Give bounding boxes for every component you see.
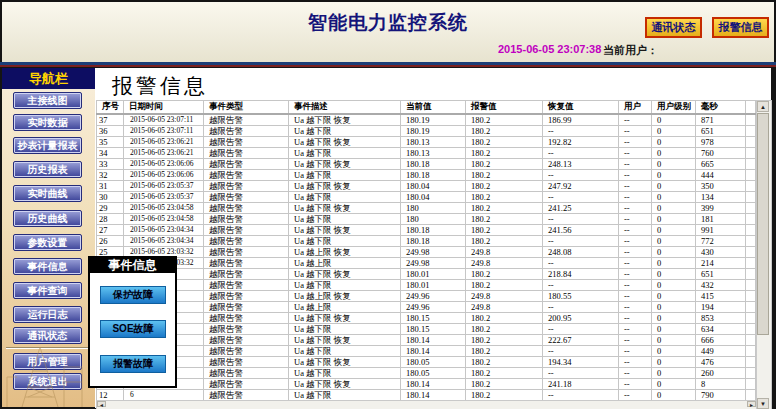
table-cell: 444 (696, 170, 746, 181)
table-cell: 241.56 (543, 225, 619, 236)
table-cell: 180.19 (401, 126, 466, 137)
table-row[interactable]: 362015-06-05 23:07:11越限告警Ua 越下限180.19180… (97, 126, 756, 137)
table-cell: 772 (696, 236, 746, 247)
table-cell: Ua 越下限 恢复 (289, 159, 401, 170)
table-cell: -- (619, 346, 652, 357)
table-cell: 27 (97, 225, 124, 236)
table-row[interactable]: 190越限告警Ua 越下限 恢复180.15180.2200.95--0853 (97, 313, 756, 324)
table-row[interactable]: 332015-06-05 23:06:06越限告警Ua 越下限 恢复180.18… (97, 159, 756, 170)
table-cell: 180.2 (466, 236, 543, 247)
scroll-left-icon[interactable]: ◄ (97, 401, 106, 407)
column-header: 事件描述 (289, 101, 401, 115)
table-row[interactable]: 161越限告警Ua 越下限180.14180.2----0449 (97, 346, 756, 357)
table-cell: 12 (97, 390, 124, 401)
sidebar-item-realtime-data[interactable]: 实时数据 (13, 114, 82, 131)
scroll-up-icon[interactable]: ▲ (757, 101, 769, 112)
table-cell: 180.2 (466, 379, 543, 390)
table-cell: 180.2 (466, 357, 543, 368)
table-row[interactable]: 342015-06-05 23:06:21越限告警Ua 越下限180.13180… (97, 148, 756, 159)
sidebar-item-run-log[interactable]: 运行日志 (13, 306, 82, 323)
table-cell: -- (619, 236, 652, 247)
table-cell (746, 280, 756, 291)
table-row[interactable]: 262015-06-05 23:04:34越限告警Ua 越下限180.18180… (97, 236, 756, 247)
table-row[interactable]: 352015-06-05 23:06:21越限告警Ua 越下限 恢复180.13… (97, 137, 756, 148)
table-cell: 0 (652, 368, 696, 379)
table-row[interactable]: 292015-06-05 23:04:58越限告警Ua 越下限 恢复180180… (97, 203, 756, 214)
sidebar-item-realtime-curve[interactable]: 实时曲线 (13, 185, 82, 202)
table-row[interactable]: 322015-06-05 23:06:06越限告警Ua 越下限180.18180… (97, 170, 756, 181)
table-cell: 241.25 (543, 203, 619, 214)
table-cell: 2015-06-05 23:04:34 (124, 225, 204, 236)
table-cell: 2015-06-05 23:06:06 (124, 159, 204, 170)
protection-fault-button[interactable]: 保护故障 (100, 286, 166, 304)
sidebar-item-history-curve[interactable]: 历史曲线 (13, 210, 82, 227)
table-cell: -- (619, 335, 652, 346)
table-row[interactable]: 137越限告警Ua 越下限 恢复180.14180.2241.18--08 (97, 379, 756, 390)
table-cell: 越限告警 (204, 302, 289, 313)
table-cell: -- (619, 313, 652, 324)
table-cell: 越限告警 (204, 236, 289, 247)
scroll-right-icon[interactable]: ► (747, 401, 756, 407)
table-cell (746, 346, 756, 357)
table-row[interactable]: 252015-06-05 23:03:32越限告警Ua 越上限 恢复249.98… (97, 247, 756, 258)
table-row[interactable]: 282015-06-05 23:04:58越限告警Ua 越下限180180.2-… (97, 214, 756, 225)
vertical-scrollbar[interactable]: ▲ ▼ (756, 100, 772, 409)
column-header: 日期时间 (124, 101, 204, 115)
sidebar-item-history-report[interactable]: 历史报表 (13, 161, 82, 178)
table-cell: Ua 越下限 (289, 192, 401, 203)
table-cell (746, 114, 756, 126)
table-row[interactable]: 237越限告警Ua 越下限 恢复180.01180.2218.84--0651 (97, 269, 756, 280)
horizontal-scrollbar[interactable]: ◄ ► (96, 400, 757, 409)
column-header: 序号 (97, 101, 124, 115)
table-cell: 134 (696, 192, 746, 203)
sidebar-item-main-diagram[interactable]: 主接线图 (13, 92, 82, 109)
vertical-scroll-thumb[interactable] (757, 113, 769, 335)
table-row[interactable]: 272015-06-05 23:04:34越限告警Ua 越下限 恢复180.18… (97, 225, 756, 236)
table-cell: 越限告警 (204, 114, 289, 126)
table-cell: Ua 越下限 (289, 148, 401, 159)
table-cell: 432 (696, 280, 746, 291)
table-cell: 2015-06-05 23:05:37 (124, 192, 204, 203)
column-header (746, 101, 756, 115)
table-row[interactable]: 227越限告警Ua 越下限180.01180.2----0432 (97, 280, 756, 291)
table-cell: Ua 越上限 恢复 (289, 291, 401, 302)
table-cell: 2015-06-05 23:04:58 (124, 203, 204, 214)
table-row[interactable]: 217越限告警Ua 越上限 恢复249.96249.8180.55--0415 (97, 291, 756, 302)
sidebar-item-param-settings[interactable]: 参数设置 (13, 234, 82, 251)
table-cell (746, 137, 756, 148)
column-header: 用户 (619, 101, 652, 115)
table-cell: 越限告警 (204, 313, 289, 324)
event-info-dialog-title[interactable]: 事件信息 (90, 258, 175, 273)
table-row[interactable]: 242015-06-05 23:03:32越限告警Ua 越上限249.98249… (97, 258, 756, 269)
soe-fault-button[interactable]: SOE故障 (100, 320, 166, 338)
table-cell: 180 (401, 214, 466, 225)
table-row[interactable]: 302015-06-05 23:05:37越限告警Ua 越下限180.04180… (97, 192, 756, 203)
table-row[interactable]: 180越限告警Ua 越下限180.15180.2----0634 (97, 324, 756, 335)
table-row[interactable]: 149越限告警Ua 越下限180.05180.2----0260 (97, 368, 756, 379)
table-cell: -- (543, 280, 619, 291)
sidebar-item-meter-report[interactable]: 抄表计量报表 (13, 137, 82, 154)
table-cell (746, 258, 756, 269)
table-cell (746, 203, 756, 214)
table-row[interactable]: 312015-06-05 23:05:37越限告警Ua 越下限 恢复180.04… (97, 181, 756, 192)
table-row[interactable]: 159越限告警Ua 越下限 恢复180.05180.2194.34--0476 (97, 357, 756, 368)
table-row[interactable]: 207越限告警Ua 越上限249.96249.8----0194 (97, 302, 756, 313)
table-row[interactable]: 126越限告警Ua 越下限180.14180.2----0790 (97, 390, 756, 401)
table-cell: 越限告警 (204, 346, 289, 357)
table-row[interactable]: 372015-06-05 23:07:11越限告警Ua 越下限 恢复180.19… (97, 114, 756, 126)
sidebar-item-event-query[interactable]: 事件查询 (13, 282, 82, 299)
table-cell: 0 (652, 236, 696, 247)
table-cell: 415 (696, 291, 746, 302)
table-cell: 249.98 (401, 258, 466, 269)
alarm-info-button[interactable]: 报警信息 (712, 17, 769, 38)
sidebar-item-event-info[interactable]: 事件信息 (13, 258, 82, 275)
table-cell: Ua 越下限 恢复 (289, 114, 401, 126)
table-cell: 32 (97, 170, 124, 181)
table-cell: 871 (696, 114, 746, 126)
scroll-down-icon[interactable]: ▼ (757, 398, 769, 409)
alarm-fault-button[interactable]: 报警故障 (100, 355, 166, 373)
comm-status-button[interactable]: 通讯状态 (645, 17, 702, 38)
table-row[interactable]: 171越限告警Ua 越下限 恢复180.14180.2222.67--0666 (97, 335, 756, 346)
table-cell (746, 368, 756, 379)
table-cell: 194 (696, 302, 746, 313)
